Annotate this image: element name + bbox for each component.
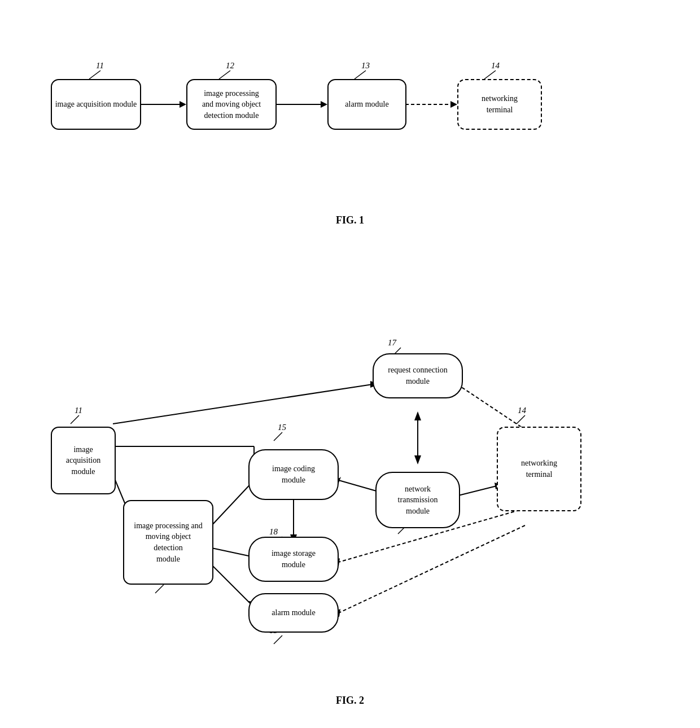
- ref-11-fig2: 11: [75, 406, 82, 415]
- node-alarm-fig2: alarm module: [248, 593, 339, 633]
- svg-line-15: [212, 480, 254, 525]
- svg-line-47: [274, 635, 282, 644]
- node-network-transmission-fig2: networktransmissionmodule: [375, 472, 460, 528]
- svg-line-42: [155, 585, 164, 593]
- fig2-diagram: 11 12 15 16 17 18 13 14 imageacquisition…: [40, 249, 660, 689]
- node-image-processing-fig1: image processingand moving objectdetecti…: [186, 79, 277, 130]
- node-image-acquisition-fig1: image acquisition module: [51, 79, 141, 130]
- ref-17-fig2: 17: [388, 338, 396, 348]
- ref-15-fig2: 15: [278, 423, 286, 432]
- svg-marker-5: [450, 101, 457, 108]
- ref-18-fig2: 18: [269, 527, 278, 537]
- svg-marker-21: [414, 411, 421, 420]
- svg-line-43: [274, 432, 282, 441]
- fig1-caption: FIG. 1: [40, 214, 660, 226]
- svg-line-28: [212, 548, 251, 556]
- svg-line-9: [484, 71, 496, 79]
- svg-marker-1: [180, 101, 186, 108]
- ref-13-fig1: 13: [361, 61, 370, 71]
- node-networking-terminal-fig2: networkingterminal: [497, 427, 581, 511]
- svg-line-23: [113, 384, 373, 424]
- svg-line-6: [89, 71, 100, 79]
- svg-line-39: [339, 525, 525, 613]
- node-image-processing-fig2: image processing andmoving objectdetecti…: [123, 500, 213, 585]
- svg-line-35: [457, 384, 525, 429]
- ref-14-fig1: 14: [491, 61, 500, 71]
- ref-11-fig1: 11: [96, 61, 104, 71]
- svg-marker-3: [321, 101, 327, 108]
- svg-marker-22: [414, 455, 421, 464]
- svg-line-7: [219, 71, 230, 79]
- svg-line-17: [339, 480, 378, 492]
- fig2-caption: FIG. 2: [40, 695, 660, 707]
- node-image-acquisition-fig2: imageacquisitionmodule: [51, 427, 116, 494]
- ref-12-fig1: 12: [226, 61, 234, 71]
- fig1-diagram: 11 12 13 14 image acquisition module ima…: [40, 23, 660, 203]
- node-request-connection-fig2: request connectionmodule: [373, 353, 463, 398]
- node-alarm-fig1: alarm module: [327, 79, 406, 130]
- node-image-coding-fig2: image codingmodule: [248, 449, 339, 500]
- node-networking-terminal-fig1: networkingterminal: [457, 79, 542, 130]
- svg-line-48: [517, 415, 525, 424]
- ref-14-fig2: 14: [518, 406, 526, 415]
- svg-line-41: [71, 415, 79, 424]
- svg-line-30: [212, 565, 251, 604]
- node-image-storage-fig2: image storagemodule: [248, 537, 339, 582]
- svg-line-8: [355, 71, 366, 79]
